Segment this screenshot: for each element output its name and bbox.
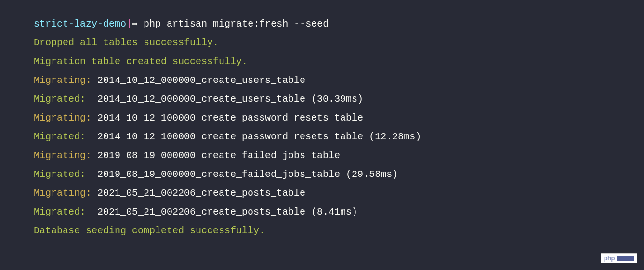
watermark-text: php xyxy=(604,255,615,261)
output-line: Migrated: 2019_08_19_000000_create_faile… xyxy=(34,165,644,184)
output-line: Migrating: 2014_10_12_000000_create_user… xyxy=(34,71,644,90)
status-text: Migration table created successfully. xyxy=(34,56,248,67)
terminal-output: strict-lazy-demo|⇒ php artisan migrate:f… xyxy=(34,14,644,240)
output-line: Database seeding completed successfully. xyxy=(34,221,644,240)
migration-name: 2019_08_19_000000_create_failed_jobs_tab… xyxy=(86,169,398,180)
prompt-line: strict-lazy-demo|⇒ php artisan migrate:f… xyxy=(34,14,644,33)
status-text: Dropped all tables successfully. xyxy=(34,37,219,48)
migrated-label: Migrated: xyxy=(34,169,86,180)
prompt-arrow: ⇒ xyxy=(132,18,144,29)
migration-name: 2014_10_12_000000_create_users_table xyxy=(92,75,305,86)
migration-name: 2021_05_21_002206_create_posts_table (8.… xyxy=(86,206,357,217)
php-watermark: php xyxy=(601,253,637,263)
watermark-bar-icon xyxy=(617,256,634,261)
output-line: Migrating: 2014_10_12_100000_create_pass… xyxy=(34,108,644,127)
migrated-label: Migrated: xyxy=(34,94,86,105)
output-line: Dropped all tables successfully. xyxy=(34,33,644,52)
migration-name: 2014_10_12_100000_create_password_resets… xyxy=(86,131,421,142)
output-line: Migrated: 2021_05_21_002206_create_posts… xyxy=(34,202,644,221)
migrating-label: Migrating: xyxy=(34,112,92,123)
output-line: Migrated: 2014_10_12_000000_create_users… xyxy=(34,90,644,108)
migration-name: 2019_08_19_000000_create_failed_jobs_tab… xyxy=(92,150,340,161)
output-line: Migrating: 2019_08_19_000000_create_fail… xyxy=(34,146,644,165)
migrated-label: Migrated: xyxy=(34,206,86,217)
status-text: Database seeding completed successfully. xyxy=(34,225,265,236)
migration-name: 2014_10_12_000000_create_users_table (30… xyxy=(86,94,363,105)
command-text: php artisan migrate:fresh --seed xyxy=(144,18,329,29)
migrated-label: Migrated: xyxy=(34,131,86,142)
migrating-label: Migrating: xyxy=(34,188,92,199)
migrating-label: Migrating: xyxy=(34,75,92,86)
migration-name: 2014_10_12_100000_create_password_resets… xyxy=(92,112,363,123)
output-line: Migrated: 2014_10_12_100000_create_passw… xyxy=(34,127,644,146)
git-branch: strict-lazy-demo xyxy=(34,18,126,29)
migrating-label: Migrating: xyxy=(34,150,92,161)
prompt-separator: | xyxy=(126,18,132,29)
output-line: Migration table created successfully. xyxy=(34,52,644,71)
output-line: Migrating: 2021_05_21_002206_create_post… xyxy=(34,184,644,202)
migration-name: 2021_05_21_002206_create_posts_table xyxy=(92,188,305,199)
